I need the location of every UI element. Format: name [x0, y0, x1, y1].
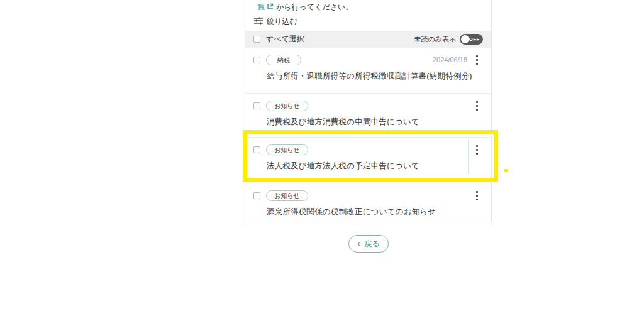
category-badge: お知らせ	[266, 144, 308, 155]
chevron-left-icon: ‹	[357, 239, 360, 248]
message-row-4[interactable]: お知らせ 源泉所得税関係の税制改正についてのお知らせ	[245, 183, 491, 225]
message-title: 法人税及び地方法人税の予定申告について	[267, 161, 483, 172]
highlight-annotation-dot	[504, 169, 508, 172]
filter-button[interactable]: 絞り込む	[254, 16, 297, 27]
message-row-2[interactable]: お知らせ 消費税及び地方消費税の中間申告について	[245, 94, 491, 138]
page: 覧 から行ってください。	[0, 0, 644, 316]
kebab-menu-icon[interactable]	[472, 144, 481, 156]
list-header: すべて選択 未読のみ表示 OFF	[245, 31, 491, 48]
message-title: 消費税及び地方消費税の中間申告について	[267, 117, 483, 128]
external-link-icon	[267, 3, 274, 12]
category-badge: お知らせ	[266, 190, 308, 201]
toggle-knob-icon	[461, 35, 469, 43]
unread-only-label: 未読のみ表示	[414, 35, 456, 44]
message-title: 源泉所得税関係の税制改正についてのお知らせ	[267, 207, 483, 217]
message-row-3[interactable]: お知らせ 法人税及び地方法人税の予定申告について	[245, 138, 491, 183]
toggle-state-label: OFF	[469, 36, 480, 42]
row-checkbox[interactable]	[253, 192, 260, 199]
unread-only-toggle[interactable]: OFF	[460, 34, 483, 45]
list-link[interactable]: 覧	[257, 2, 274, 13]
category-badge: お知らせ	[266, 101, 308, 111]
intro-suffix: から行ってください。	[276, 2, 353, 13]
row-checkbox[interactable]	[253, 146, 260, 153]
select-all-checkbox[interactable]	[253, 36, 260, 43]
row-checkbox[interactable]	[253, 102, 260, 109]
row-date: 2024/06/18	[433, 56, 467, 63]
filter-label: 絞り込む	[267, 16, 297, 27]
kebab-menu-icon[interactable]	[472, 190, 481, 202]
list-link-label: 覧	[257, 2, 265, 13]
category-badge: 納税	[266, 55, 301, 65]
back-button-label: 戻る	[365, 239, 380, 249]
message-title: 給与所得・退職所得等の所得税徴収高計算書(納期特例分)	[267, 71, 483, 82]
back-button[interactable]: ‹ 戻る	[348, 235, 389, 253]
message-list: 納税 2024/06/18 給与所得・退職所得等の所得税徴収高計算書(納期特例分…	[245, 48, 491, 225]
kebab-menu-icon[interactable]	[472, 54, 481, 67]
row-checkbox[interactable]	[253, 57, 260, 63]
kebab-menu-icon[interactable]	[472, 100, 481, 112]
select-all-label: すべて選択	[266, 34, 304, 45]
message-row-1[interactable]: 納税 2024/06/18 給与所得・退職所得等の所得税徴収高計算書(納期特例分…	[245, 48, 491, 94]
intro-text: 覧 から行ってください。	[257, 2, 491, 13]
filter-icon	[254, 17, 263, 26]
message-list-panel: 覧 から行ってください。	[245, 0, 492, 222]
